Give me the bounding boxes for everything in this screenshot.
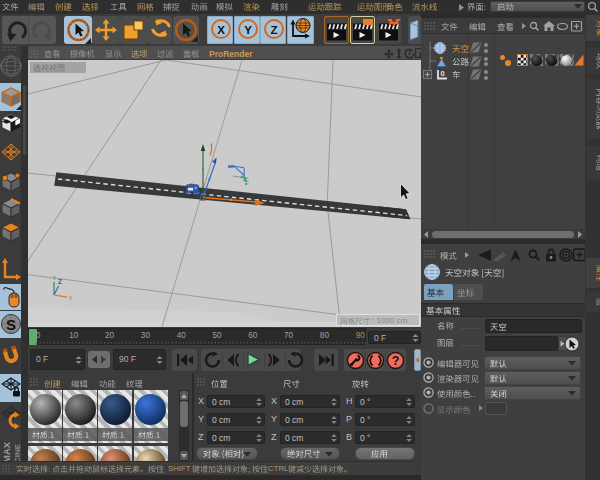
svg-text:0: 0 (441, 69, 445, 78)
svg-text:Z: Z (270, 24, 277, 36)
svg-text:Z: Z (58, 278, 62, 285)
svg-text:MAX: MAX (1, 441, 12, 463)
svg-text:?: ? (392, 354, 400, 368)
svg-text:Y: Y (53, 275, 57, 281)
svg-text:Y: Y (244, 24, 252, 36)
svg-text:S: S (6, 316, 16, 333)
svg-text:X: X (217, 24, 225, 36)
